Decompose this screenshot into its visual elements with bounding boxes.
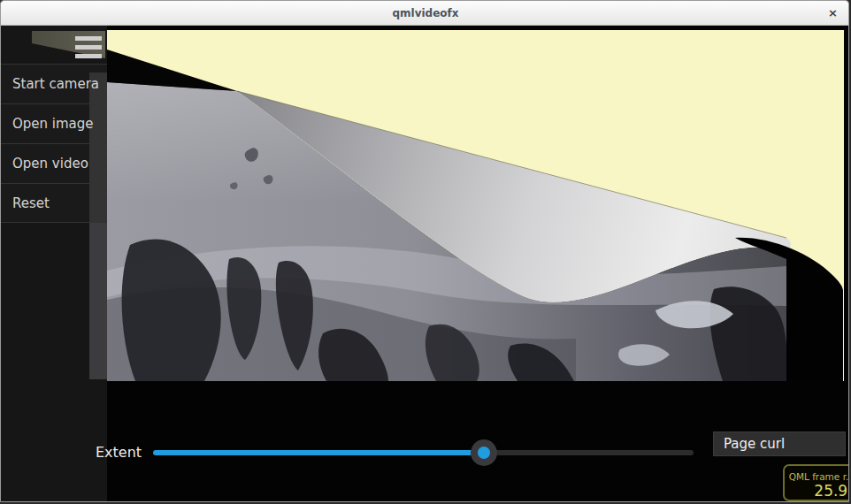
sidebar-menu: Start camera Open image Open video Reset [1, 64, 107, 223]
slider-track-filled [153, 450, 487, 455]
fps-overlay: QML frame r... 25.95 [783, 464, 849, 501]
sidebar: Start camera Open image Open video Reset [1, 26, 107, 502]
fps-label: QML frame r... [785, 471, 849, 482]
sidebar-item-reset[interactable]: Reset [1, 183, 107, 223]
window-title: qmlvideofx [1, 1, 849, 26]
titlebar: qmlvideofx × [1, 1, 849, 26]
effect-scene[interactable] [1, 1, 849, 502]
sidebar-item-start-camera[interactable]: Start camera [1, 64, 107, 103]
hamburger-menu-icon[interactable] [75, 36, 102, 59]
sidebar-item-open-video[interactable]: Open video [1, 143, 107, 183]
slider-handle-dot [478, 447, 490, 459]
extent-slider[interactable] [153, 439, 694, 466]
fps-value: 25.95 [785, 482, 849, 500]
slider-track-empty [484, 450, 694, 455]
effect-selector-button[interactable]: Page curl [713, 431, 846, 456]
slider-handle[interactable] [471, 439, 497, 466]
extent-slider-label: Extent [96, 444, 142, 461]
sidebar-item-open-image[interactable]: Open image [1, 103, 107, 143]
close-icon[interactable]: × [824, 1, 841, 26]
app-window: Start camera Open image Open video Reset… [0, 0, 849, 502]
